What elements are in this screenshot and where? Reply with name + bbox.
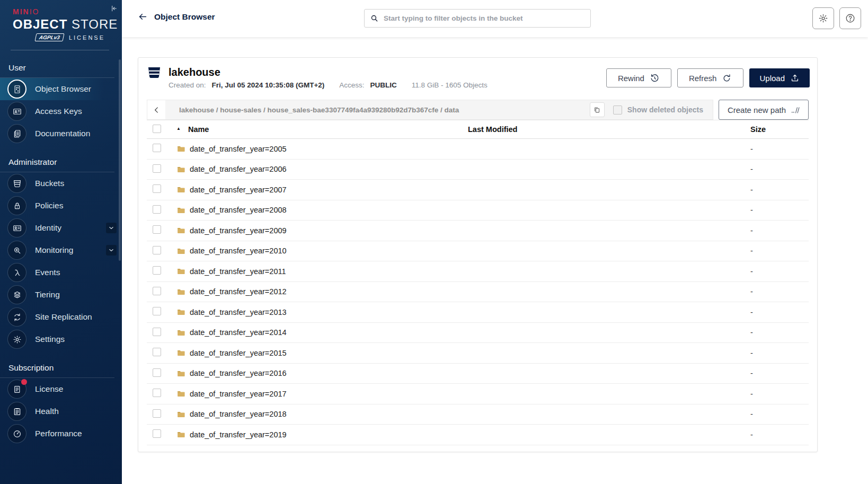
upload-button[interactable]: Upload <box>749 68 810 87</box>
table-row[interactable]: date_of_transfer_year=2007 - <box>147 180 809 200</box>
column-name[interactable]: Name <box>188 125 209 134</box>
sidebar-item-label: License <box>35 384 63 394</box>
object-size: - <box>750 349 809 357</box>
row-checkbox[interactable] <box>153 429 161 438</box>
sidebar-item-identity[interactable]: Identity <box>0 217 122 239</box>
collapse-sidebar-icon[interactable] <box>109 4 118 13</box>
tiering-icon <box>12 290 22 300</box>
sidebar-item-object-browser[interactable]: Object Browser <box>0 78 122 100</box>
sidebar-item-health[interactable]: Health <box>0 400 122 423</box>
license-label: LICENSE <box>69 34 105 41</box>
table-header-row: ▲ Name Last Modified Size <box>147 120 809 139</box>
sidebar-section: Subscription License Health Performance <box>0 363 122 445</box>
table-row[interactable]: date_of_transfer_year=2010 - <box>147 241 809 262</box>
breadcrumb[interactable]: lakehouse / house-sales / house_sales-ba… <box>165 106 590 114</box>
sidebar-nav: User Object Browser Access Keys Document… <box>0 63 122 445</box>
row-checkbox[interactable] <box>153 328 161 336</box>
sidebar-scrollbar[interactable] <box>119 59 121 261</box>
show-deleted-checkbox[interactable] <box>613 105 622 115</box>
object-name: date_of_transfer_year=2011 <box>190 267 286 276</box>
filter-objects-input[interactable] <box>384 14 585 22</box>
page-title: Object Browser <box>154 12 215 22</box>
row-checkbox[interactable] <box>153 205 161 214</box>
search-icon <box>370 14 379 23</box>
folder-icon <box>176 430 185 439</box>
object-size: - <box>750 410 809 418</box>
sidebar-item-label: Policies <box>35 201 63 210</box>
sidebar-item-site-replication[interactable]: Site Replication <box>0 306 122 328</box>
object-name: date_of_transfer_year=2005 <box>190 145 287 153</box>
table-row[interactable]: date_of_transfer_year=2009 - <box>147 221 809 241</box>
object-name: date_of_transfer_year=2013 <box>190 308 287 316</box>
row-checkbox[interactable] <box>153 144 161 152</box>
table-row[interactable]: date_of_transfer_year=2015 - <box>147 343 809 364</box>
sidebar-item-policies[interactable]: Policies <box>0 195 122 217</box>
table-row[interactable]: date_of_transfer_year=2018 - <box>147 404 809 425</box>
table-row[interactable]: date_of_transfer_year=2014 - <box>147 323 809 344</box>
sidebar-item-label: Access Keys <box>35 107 82 116</box>
bucket-name: lakehouse <box>169 66 488 78</box>
row-checkbox[interactable] <box>153 348 161 356</box>
settings-icon <box>12 335 22 345</box>
path-icon <box>791 105 800 115</box>
sidebar: MINIO OBJECT STORE AGPLv3 LICENSE User O… <box>0 0 122 484</box>
sidebar-item-events[interactable]: Events <box>0 261 122 284</box>
folder-icon <box>176 247 185 256</box>
table-row[interactable]: date_of_transfer_year=2006 - <box>147 160 809 180</box>
sidebar-item-monitoring[interactable]: Monitoring <box>0 239 122 261</box>
policies-icon <box>12 201 22 211</box>
row-checkbox[interactable] <box>153 184 161 193</box>
minio-logo: MINIO OBJECT STORE AGPLv3 LICENSE <box>0 0 122 41</box>
table-row[interactable]: date_of_transfer_year=2019 - <box>147 425 809 445</box>
copy-path-button[interactable] <box>590 102 605 117</box>
row-checkbox[interactable] <box>153 266 161 275</box>
object-name: date_of_transfer_year=2015 <box>190 349 287 357</box>
help-button[interactable] <box>839 7 861 29</box>
row-checkbox[interactable] <box>153 389 161 397</box>
table-row[interactable]: date_of_transfer_year=2011 - <box>147 261 809 282</box>
folder-icon <box>176 389 185 398</box>
settings-button[interactable] <box>812 7 834 29</box>
back-to-buckets[interactable]: Object Browser <box>138 12 215 22</box>
object-name: date_of_transfer_year=2008 <box>190 206 287 214</box>
table-row[interactable]: date_of_transfer_year=2008 - <box>147 200 809 221</box>
search-box[interactable] <box>364 9 591 28</box>
back-arrow-icon[interactable] <box>138 12 148 22</box>
sidebar-item-license[interactable]: License <box>0 378 122 400</box>
sidebar-item-buckets[interactable]: Buckets <box>0 172 122 195</box>
logo-divider <box>11 50 109 50</box>
created-on-value: Fri, Jul 05 2024 10:35:08 (GMT+2) <box>212 81 325 89</box>
row-checkbox[interactable] <box>153 307 161 315</box>
sidebar-item-documentation[interactable]: Documentation <box>0 122 122 145</box>
bucket-browser-card: lakehouse Created on: Fri, Jul 05 2024 1… <box>138 57 818 452</box>
sidebar-item-access-keys[interactable]: Access Keys <box>0 100 122 122</box>
site-replication-icon <box>12 312 22 322</box>
sidebar-item-label: Monitoring <box>35 245 73 255</box>
path-back-button[interactable] <box>147 100 165 119</box>
row-checkbox[interactable] <box>153 409 161 418</box>
table-row[interactable]: date_of_transfer_year=2017 - <box>147 384 809 404</box>
sidebar-item-performance[interactable]: Performance <box>0 423 122 445</box>
main-content: Object Browser <box>122 0 868 484</box>
table-row[interactable]: date_of_transfer_year=2005 - <box>147 139 809 160</box>
sort-asc-icon[interactable]: ▲ <box>176 126 181 131</box>
table-row[interactable]: date_of_transfer_year=2013 - <box>147 302 809 323</box>
chevron-down-icon[interactable] <box>106 245 117 256</box>
row-checkbox[interactable] <box>153 287 161 295</box>
rewind-button[interactable]: Rewind <box>606 68 671 87</box>
row-checkbox[interactable] <box>153 368 161 377</box>
column-last-modified: Last Modified <box>468 125 750 134</box>
row-checkbox[interactable] <box>153 246 161 254</box>
show-deleted-toggle[interactable]: Show deleted objects <box>613 105 703 115</box>
sidebar-item-tiering[interactable]: Tiering <box>0 284 122 306</box>
refresh-button[interactable]: Refresh <box>677 68 744 87</box>
folder-icon <box>176 287 185 296</box>
chevron-down-icon[interactable] <box>106 223 117 233</box>
create-new-path-button[interactable]: Create new path <box>719 100 809 120</box>
table-row[interactable]: date_of_transfer_year=2016 - <box>147 364 809 384</box>
sidebar-item-settings[interactable]: Settings <box>0 328 122 350</box>
row-checkbox[interactable] <box>153 164 161 173</box>
row-checkbox[interactable] <box>153 225 161 234</box>
select-all-checkbox[interactable] <box>153 125 161 133</box>
table-row[interactable]: date_of_transfer_year=2012 - <box>147 282 809 303</box>
